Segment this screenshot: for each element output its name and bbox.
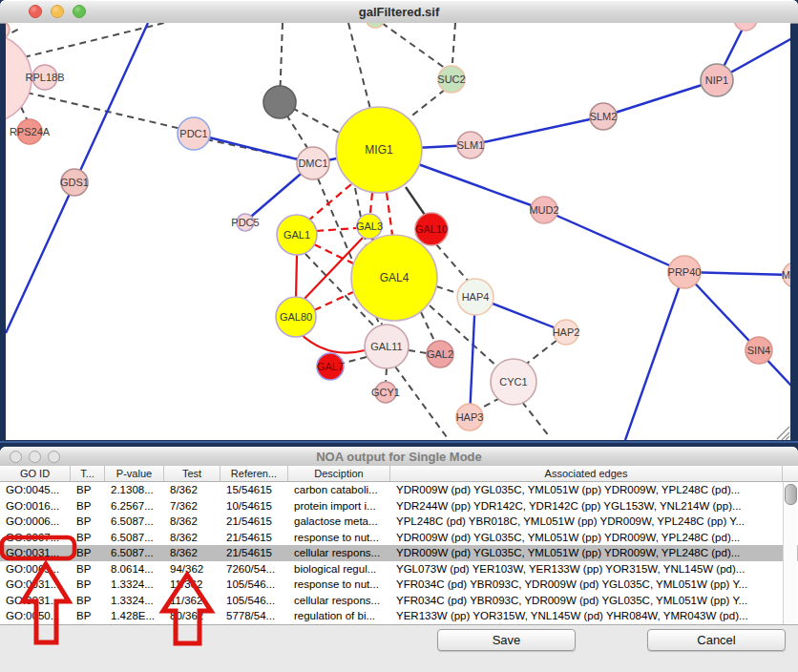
node-gds1[interactable]	[61, 169, 88, 196]
table-row[interactable]: GO:0031...BP6.5087...8/36221/54615cellul…	[0, 545, 798, 561]
node-gcy1[interactable]	[375, 382, 396, 403]
edge-red-dashed[interactable]	[314, 292, 353, 310]
table-row[interactable]: GO:0007...BP6.5087...8/36221/54615respon…	[0, 530, 798, 546]
network-window-titlebar[interactable]: galFiltered.sif	[0, 0, 798, 24]
column-header-test[interactable]: Test	[164, 466, 220, 481]
node-hap2[interactable]	[554, 320, 578, 345]
edge-red-dashed[interactable]	[316, 228, 356, 231]
scrollbar-corner	[783, 466, 798, 481]
close-icon[interactable]	[29, 5, 42, 18]
edge-pp-dashed[interactable]	[341, 357, 367, 364]
edge-pp-dashed[interactable]	[409, 350, 427, 353]
edge-red-dashed[interactable]	[387, 193, 392, 235]
scrollbar-thumb[interactable]	[785, 484, 797, 505]
node[interactable]	[6, 23, 10, 38]
column-header-edges[interactable]: Associated edges	[390, 466, 783, 481]
node-pdc5[interactable]	[237, 214, 254, 231]
node-prp40[interactable]	[668, 256, 701, 288]
resize-grip-icon[interactable]	[786, 436, 789, 440]
close-icon[interactable]	[10, 451, 22, 463]
edge-red-dashed[interactable]	[308, 184, 351, 220]
zoom-icon[interactable]	[73, 5, 86, 18]
table-row[interactable]: GO:0050...BP1.428E...80/3625778/54...reg…	[0, 608, 798, 624]
node[interactable]	[734, 23, 757, 31]
node-gal7[interactable]	[317, 353, 344, 380]
edge-pp-dashed[interactable]	[522, 402, 550, 437]
node[interactable]	[6, 33, 32, 123]
table-row[interactable]: GO:0031...BP1.3324...11/362105/546...cel…	[0, 593, 798, 609]
node-hap4[interactable]	[457, 279, 494, 315]
node-rps24a[interactable]	[17, 119, 42, 144]
node-cyc1[interactable]	[491, 359, 536, 405]
edge-pp-dashed[interactable]	[292, 108, 341, 134]
cell-p_value: 8.0614...	[105, 561, 164, 578]
edge-pp-dashed[interactable]	[478, 398, 500, 410]
edge-pp-blue[interactable]	[603, 80, 717, 116]
edge-pp-dashed[interactable]	[436, 244, 469, 282]
table-row[interactable]: GO:0045...BP2.1308...8/36215/54615carbon…	[0, 482, 798, 498]
edge-red-curved[interactable]	[300, 333, 365, 353]
noa-window-titlebar[interactable]: NOA output for Single Mode	[0, 447, 798, 467]
node-suc2[interactable]	[438, 66, 465, 93]
node[interactable]	[366, 23, 385, 28]
cell-go_id: GO:0065...	[0, 561, 71, 578]
minimize-icon[interactable]	[29, 451, 41, 463]
minimize-icon[interactable]	[51, 5, 64, 18]
node-pdc1[interactable]	[178, 117, 210, 150]
edge-pp-blue[interactable]	[625, 272, 684, 440]
edge-pp-dashed[interactable]	[382, 23, 446, 69]
edge-pp-dashed[interactable]	[421, 312, 435, 343]
node-mig1[interactable]	[336, 107, 422, 193]
table-row[interactable]: GO:0065...BP8.0614...94/3627260/54...bio…	[0, 561, 798, 578]
edge-pp-dashed[interactable]	[524, 340, 557, 366]
node[interactable]	[263, 86, 296, 118]
edge-pp-blue[interactable]	[194, 134, 313, 163]
column-header-go_id[interactable]: GO ID	[0, 466, 71, 481]
node-msl1[interactable]	[783, 262, 790, 287]
save-button[interactable]: Save	[437, 629, 576, 651]
cancel-button[interactable]: Cancel	[647, 629, 786, 651]
edge-pp-blue[interactable]	[544, 210, 684, 272]
edge-pp-dashed[interactable]	[436, 286, 457, 293]
node-dmc1[interactable]	[297, 147, 329, 179]
edge-red[interactable]	[296, 255, 297, 298]
node-hap3[interactable]	[456, 404, 483, 430]
column-header-p_value[interactable]: P-value	[105, 466, 164, 481]
node-gal11[interactable]	[365, 325, 409, 368]
edge-pp-dashed[interactable]	[452, 23, 455, 63]
node-gal80[interactable]	[276, 297, 316, 337]
node-gal10[interactable]	[415, 213, 448, 245]
table-row[interactable]: GO:0016...BP6.2567...7/36210/54615protei…	[0, 498, 798, 514]
node-rpl18b[interactable]	[32, 65, 57, 90]
table-row[interactable]: GO:0031...BP1.3324...11/362105/546...res…	[0, 577, 798, 593]
vertical-scrollbar[interactable]	[783, 482, 797, 624]
edge-pp-dashed[interactable]	[395, 367, 447, 437]
node-gal4[interactable]	[351, 235, 437, 321]
network-canvas[interactable]: RPL18BRPS24AGDS1PDC1DMC1MIG1SUC2SLM1NIP1…	[6, 23, 790, 440]
edge-pp-dashed[interactable]	[386, 368, 387, 383]
column-header-reference[interactable]: Referen...	[220, 466, 288, 481]
edge-pp-dashed[interactable]	[24, 23, 164, 57]
node-slm2[interactable]	[590, 103, 617, 130]
edge-pp-dashed[interactable]	[409, 90, 445, 118]
cell-reference: 105/546...	[220, 577, 288, 593]
edge-pp-blue[interactable]	[471, 116, 603, 145]
edge-dark[interactable]	[406, 187, 427, 218]
resize-grip-icon[interactable]	[777, 427, 789, 439]
node-gal3[interactable]	[357, 214, 382, 239]
column-header-type[interactable]: T...	[71, 466, 105, 481]
edge-pp-dashed[interactable]	[27, 93, 181, 129]
edge-pp-dashed[interactable]	[348, 23, 371, 113]
node-mud2[interactable]	[531, 197, 557, 223]
node-slm1[interactable]	[457, 132, 484, 158]
edge-red-dashed[interactable]	[370, 193, 372, 213]
edge-pp-blue[interactable]	[684, 272, 790, 387]
table-row[interactable]: GO:0006...BP6.5087...8/36221/54615galact…	[0, 514, 798, 530]
node-gal2[interactable]	[427, 341, 453, 368]
column-header-description[interactable]: Desciption	[288, 466, 390, 481]
node-sin4[interactable]	[746, 337, 772, 364]
zoom-icon[interactable]	[48, 451, 60, 463]
node-nip1[interactable]	[701, 64, 733, 96]
node-gal1[interactable]	[277, 215, 317, 255]
edge-pp-dashed[interactable]	[286, 115, 309, 151]
